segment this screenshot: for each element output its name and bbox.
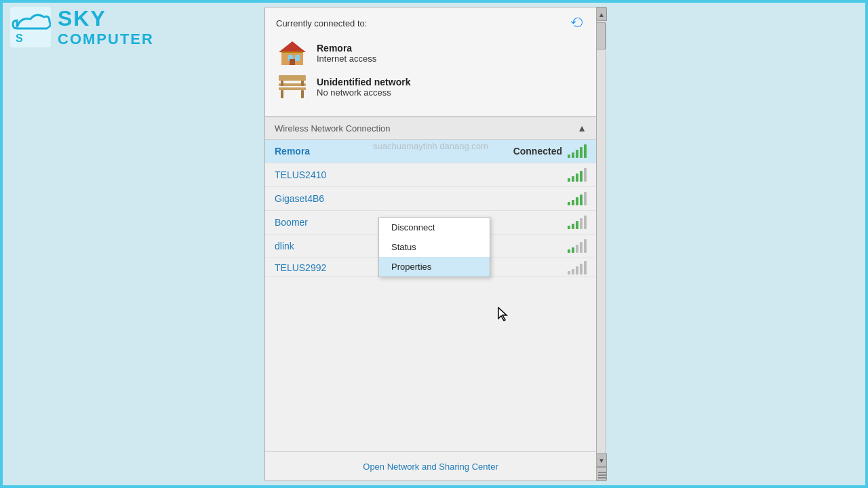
bar1 bbox=[568, 249, 570, 253]
wireless-header: Wireless Network Connection ▲ bbox=[265, 117, 596, 140]
bar1 bbox=[568, 178, 570, 182]
network-row-remora[interactable]: Remora Connected bbox=[265, 140, 596, 163]
svg-rect-14 bbox=[301, 90, 304, 98]
svg-marker-5 bbox=[279, 41, 306, 52]
svg-rect-18 bbox=[279, 75, 306, 78]
connected-section: Currently connected to: Remora Internet … bbox=[265, 7, 596, 117]
context-menu-properties[interactable]: Properties bbox=[379, 257, 490, 277]
bar5 bbox=[584, 261, 587, 274]
network-name-gigaset4b6: Gigaset4B6 bbox=[275, 193, 324, 204]
bar3 bbox=[576, 221, 578, 229]
network-name-dlink: dlink bbox=[275, 241, 294, 251]
logo-text: SKY COMPUTER bbox=[58, 7, 154, 47]
network-name-telus2410: TELUS2410 bbox=[275, 169, 326, 180]
bench-icon bbox=[276, 73, 309, 101]
network-name-boomer: Boomer bbox=[275, 217, 308, 228]
bar3 bbox=[576, 150, 578, 158]
bar4 bbox=[580, 242, 583, 253]
signal-bars-telus2410 bbox=[568, 168, 587, 182]
svg-rect-12 bbox=[279, 87, 306, 90]
bar3 bbox=[576, 245, 578, 253]
logo-computer: COMPUTER bbox=[58, 31, 154, 47]
network-row-gigaset4b6[interactable]: Gigaset4B6 bbox=[265, 187, 596, 211]
connected-header: Currently connected to: bbox=[276, 16, 585, 30]
svg-rect-13 bbox=[281, 90, 283, 98]
svg-rect-8 bbox=[295, 55, 300, 61]
bar4 bbox=[580, 147, 583, 158]
unidentified-status: No network access bbox=[317, 87, 410, 98]
network-row-right-remora: Connected bbox=[513, 144, 587, 158]
bar2 bbox=[572, 247, 574, 253]
house-icon bbox=[276, 39, 309, 67]
sky-computer-icon: S bbox=[10, 7, 51, 47]
unidentified-network-info: Unidentified network No network access bbox=[317, 77, 410, 98]
bar3 bbox=[576, 174, 578, 182]
remora-name: Remora bbox=[317, 43, 376, 54]
remora-network-info: Remora Internet access bbox=[317, 43, 376, 64]
unidentified-connected-item: Unidentified network No network access bbox=[276, 73, 585, 101]
connected-title: Currently connected to: bbox=[276, 18, 367, 28]
signal-bars-boomer bbox=[568, 216, 587, 229]
network-connected-label-remora: Connected bbox=[513, 146, 562, 157]
bar5 bbox=[584, 192, 587, 205]
bar1 bbox=[568, 271, 570, 274]
context-menu-disconnect[interactable]: Disconnect bbox=[379, 218, 490, 237]
bar2 bbox=[572, 200, 574, 205]
bar4 bbox=[580, 218, 583, 229]
logo: S SKY COMPUTER bbox=[10, 7, 154, 47]
bar5 bbox=[584, 216, 587, 229]
remora-connected-item: Remora Internet access bbox=[276, 39, 585, 67]
network-name-telus2992: TELUS2992 bbox=[275, 262, 326, 273]
open-network-sharing-link[interactable]: Open Network and Sharing Center bbox=[363, 462, 498, 472]
signal-bars-telus2992 bbox=[568, 261, 587, 274]
remora-status: Internet access bbox=[317, 54, 376, 64]
bar5 bbox=[584, 239, 587, 253]
bar1 bbox=[568, 226, 570, 229]
bar2 bbox=[572, 224, 574, 229]
scrollbar-down-button[interactable]: ▼ bbox=[596, 453, 607, 467]
wireless-title: Wireless Network Connection bbox=[275, 123, 391, 134]
bar2 bbox=[572, 269, 574, 274]
bar3 bbox=[576, 197, 578, 205]
svg-rect-17 bbox=[279, 78, 306, 81]
bar4 bbox=[580, 195, 583, 205]
network-name-remora: Remora bbox=[275, 146, 310, 157]
bar1 bbox=[568, 155, 570, 158]
svg-rect-9 bbox=[290, 59, 295, 65]
signal-bars-gigaset4b6 bbox=[568, 192, 587, 205]
svg-rect-2 bbox=[598, 472, 606, 473]
svg-text:S: S bbox=[16, 33, 23, 44]
scrollbar-track[interactable]: ▲ ▼ bbox=[595, 7, 606, 481]
context-menu-status[interactable]: Status bbox=[379, 237, 490, 257]
bar3 bbox=[576, 266, 578, 274]
signal-bars-remora bbox=[568, 144, 587, 158]
svg-rect-10 bbox=[281, 52, 303, 53]
signal-bars-dlink bbox=[568, 239, 587, 253]
scrollbar-thumb[interactable] bbox=[596, 22, 606, 49]
context-menu: Disconnect Status Properties bbox=[378, 217, 490, 277]
bar4 bbox=[580, 171, 583, 182]
logo-sky: SKY bbox=[58, 7, 154, 30]
network-row-telus2410[interactable]: TELUS2410 bbox=[265, 163, 596, 187]
svg-rect-4 bbox=[598, 477, 606, 479]
unidentified-name: Unidentified network bbox=[317, 77, 410, 87]
bar2 bbox=[572, 176, 574, 182]
network-list: Remora Connected TELUS2410 bbox=[265, 140, 596, 451]
scrollbar-bottom bbox=[596, 467, 607, 481]
bottom-bar: Open Network and Sharing Center bbox=[265, 451, 596, 481]
scrollbar-up-button[interactable]: ▲ bbox=[596, 7, 607, 21]
bar2 bbox=[572, 152, 574, 158]
bar1 bbox=[568, 202, 570, 205]
refresh-icon[interactable] bbox=[570, 16, 585, 30]
bar5 bbox=[584, 168, 587, 182]
bar5 bbox=[584, 144, 587, 158]
collapse-button[interactable]: ▲ bbox=[577, 123, 587, 134]
bar4 bbox=[580, 264, 583, 274]
svg-rect-3 bbox=[598, 474, 606, 476]
